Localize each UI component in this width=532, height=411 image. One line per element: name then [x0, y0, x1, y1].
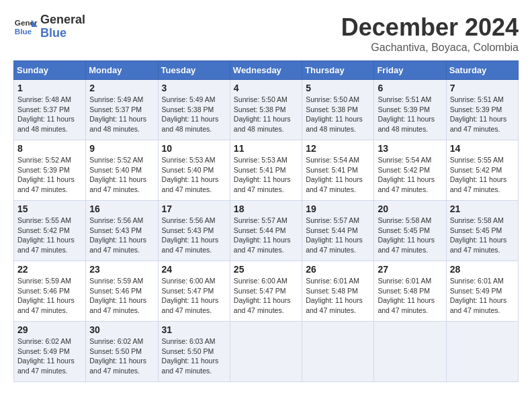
- calendar-cell: 21 Sunrise: 5:58 AM Sunset: 5:45 PM Dayl…: [446, 201, 518, 261]
- calendar-cell: 12 Sunrise: 5:54 AM Sunset: 5:41 PM Dayl…: [302, 140, 374, 201]
- daylight-label: Daylight: 11 hours and 47 minutes.: [378, 175, 435, 193]
- sunset-label: Sunset: 5:38 PM: [162, 105, 214, 113]
- sunrise-label: Sunrise: 5:57 AM: [306, 216, 359, 224]
- sunrise-label: Sunrise: 5:50 AM: [306, 95, 359, 103]
- daylight-label: Daylight: 11 hours and 47 minutes.: [17, 357, 75, 375]
- day-number: 4: [234, 83, 298, 93]
- day-info: Sunrise: 5:56 AM Sunset: 5:43 PM Dayligh…: [89, 216, 154, 255]
- calendar-cell: 14 Sunrise: 5:55 AM Sunset: 5:42 PM Dayl…: [446, 140, 518, 201]
- day-number: 13: [378, 143, 442, 154]
- day-info: Sunrise: 5:51 AM Sunset: 5:39 PM Dayligh…: [378, 95, 442, 134]
- daylight-label: Daylight: 11 hours and 48 minutes.: [17, 115, 75, 133]
- day-info: Sunrise: 5:54 AM Sunset: 5:41 PM Dayligh…: [306, 155, 370, 195]
- calendar-cell: 8 Sunrise: 5:52 AM Sunset: 5:39 PM Dayli…: [14, 140, 86, 201]
- day-info: Sunrise: 5:58 AM Sunset: 5:45 PM Dayligh…: [450, 216, 515, 255]
- sunset-label: Sunset: 5:49 PM: [17, 347, 70, 355]
- calendar-cell: 17 Sunrise: 5:56 AM Sunset: 5:43 PM Dayl…: [158, 201, 230, 261]
- calendar-cell: 24 Sunrise: 6:00 AM Sunset: 5:47 PM Dayl…: [158, 261, 230, 322]
- sunset-label: Sunset: 5:48 PM: [306, 287, 358, 295]
- daylight-label: Daylight: 11 hours and 47 minutes.: [17, 175, 75, 193]
- sunrise-label: Sunrise: 5:51 AM: [378, 95, 431, 103]
- calendar-cell: 31 Sunrise: 6:03 AM Sunset: 5:50 PM Dayl…: [158, 322, 230, 382]
- sunrise-label: Sunrise: 6:01 AM: [306, 277, 359, 285]
- calendar-week-row: 15 Sunrise: 5:55 AM Sunset: 5:42 PM Dayl…: [14, 201, 519, 261]
- daylight-label: Daylight: 11 hours and 47 minutes.: [306, 175, 363, 193]
- month-title: December 2024: [341, 13, 519, 42]
- day-number: 14: [450, 143, 515, 154]
- sunset-label: Sunset: 5:38 PM: [306, 105, 358, 113]
- sunrise-label: Sunrise: 5:54 AM: [306, 156, 359, 164]
- calendar-cell: 13 Sunrise: 5:54 AM Sunset: 5:42 PM Dayl…: [374, 140, 446, 201]
- day-info: Sunrise: 6:02 AM Sunset: 5:50 PM Dayligh…: [89, 336, 154, 376]
- calendar-cell: [374, 322, 446, 382]
- calendar-cell: [230, 322, 302, 382]
- daylight-label: Daylight: 11 hours and 47 minutes.: [234, 296, 291, 314]
- day-number: 23: [89, 264, 154, 275]
- day-number: 16: [89, 203, 154, 214]
- daylight-label: Daylight: 11 hours and 47 minutes.: [162, 296, 219, 314]
- sunset-label: Sunset: 5:42 PM: [17, 226, 70, 234]
- sunrise-label: Sunrise: 5:55 AM: [17, 216, 71, 224]
- day-info: Sunrise: 5:57 AM Sunset: 5:44 PM Dayligh…: [306, 216, 370, 255]
- sunrise-label: Sunrise: 6:01 AM: [378, 277, 431, 285]
- day-number: 2: [89, 83, 154, 93]
- sunset-label: Sunset: 5:47 PM: [234, 287, 286, 295]
- daylight-label: Daylight: 11 hours and 47 minutes.: [306, 296, 363, 314]
- calendar-week-row: 22 Sunrise: 5:59 AM Sunset: 5:46 PM Dayl…: [14, 261, 519, 322]
- day-info: Sunrise: 5:48 AM Sunset: 5:37 PM Dayligh…: [17, 95, 82, 134]
- day-number: 31: [162, 324, 226, 335]
- day-info: Sunrise: 5:59 AM Sunset: 5:46 PM Dayligh…: [17, 276, 82, 316]
- sunset-label: Sunset: 5:38 PM: [234, 105, 286, 113]
- sunset-label: Sunset: 5:39 PM: [450, 105, 502, 113]
- logo-icon: General Blue: [13, 15, 38, 39]
- day-info: Sunrise: 5:58 AM Sunset: 5:45 PM Dayligh…: [378, 216, 442, 255]
- calendar-cell: 23 Sunrise: 5:59 AM Sunset: 5:46 PM Dayl…: [86, 261, 158, 322]
- day-number: 18: [234, 203, 298, 214]
- calendar-cell: 19 Sunrise: 5:57 AM Sunset: 5:44 PM Dayl…: [302, 201, 374, 261]
- day-number: 27: [378, 264, 442, 275]
- calendar-week-row: 8 Sunrise: 5:52 AM Sunset: 5:39 PM Dayli…: [14, 140, 519, 201]
- day-number: 20: [378, 203, 442, 214]
- sunset-label: Sunset: 5:45 PM: [378, 226, 430, 234]
- daylight-label: Daylight: 11 hours and 47 minutes.: [17, 236, 75, 254]
- calendar-week-row: 29 Sunrise: 6:02 AM Sunset: 5:49 PM Dayl…: [14, 322, 519, 382]
- sunset-label: Sunset: 5:47 PM: [162, 287, 214, 295]
- sunrise-label: Sunrise: 5:59 AM: [17, 277, 71, 285]
- sunrise-label: Sunrise: 5:55 AM: [450, 156, 504, 164]
- daylight-label: Daylight: 11 hours and 47 minutes.: [162, 236, 219, 254]
- day-info: Sunrise: 5:49 AM Sunset: 5:37 PM Dayligh…: [89, 95, 154, 134]
- day-number: 21: [450, 203, 515, 214]
- header-saturday: Saturday: [446, 61, 518, 80]
- sunrise-label: Sunrise: 5:56 AM: [89, 216, 143, 224]
- day-number: 5: [306, 83, 370, 93]
- day-info: Sunrise: 6:00 AM Sunset: 5:47 PM Dayligh…: [234, 276, 298, 316]
- calendar-cell: [302, 322, 374, 382]
- logo-blue: Blue: [40, 27, 85, 40]
- sunrise-label: Sunrise: 5:52 AM: [17, 156, 71, 164]
- sunrise-label: Sunrise: 5:58 AM: [378, 216, 431, 224]
- sunrise-label: Sunrise: 5:58 AM: [450, 216, 504, 224]
- day-number: 12: [306, 143, 370, 154]
- sunrise-label: Sunrise: 5:59 AM: [89, 277, 143, 285]
- title-block: December 2024 Gachantiva, Boyaca, Colomb…: [341, 13, 519, 54]
- day-number: 9: [89, 143, 154, 154]
- daylight-label: Daylight: 11 hours and 47 minutes.: [89, 357, 146, 375]
- calendar-cell: 3 Sunrise: 5:49 AM Sunset: 5:38 PM Dayli…: [158, 80, 230, 140]
- sunset-label: Sunset: 5:39 PM: [17, 166, 70, 174]
- sunset-label: Sunset: 5:44 PM: [306, 226, 358, 234]
- header-sunday: Sunday: [14, 61, 86, 80]
- header-monday: Monday: [86, 61, 158, 80]
- page-header: General Blue General Blue December 2024 …: [13, 13, 519, 54]
- calendar-cell: 20 Sunrise: 5:58 AM Sunset: 5:45 PM Dayl…: [374, 201, 446, 261]
- sunrise-label: Sunrise: 5:50 AM: [234, 95, 287, 103]
- daylight-label: Daylight: 11 hours and 48 minutes.: [234, 115, 291, 133]
- daylight-label: Daylight: 11 hours and 47 minutes.: [450, 236, 507, 254]
- daylight-label: Daylight: 11 hours and 47 minutes.: [378, 296, 435, 314]
- daylight-label: Daylight: 11 hours and 47 minutes.: [89, 175, 146, 193]
- daylight-label: Daylight: 11 hours and 47 minutes.: [450, 296, 507, 314]
- sunset-label: Sunset: 5:43 PM: [162, 226, 214, 234]
- sunset-label: Sunset: 5:41 PM: [234, 166, 286, 174]
- daylight-label: Daylight: 11 hours and 48 minutes.: [378, 115, 435, 133]
- daylight-label: Daylight: 11 hours and 47 minutes.: [162, 357, 219, 375]
- day-number: 3: [162, 83, 226, 93]
